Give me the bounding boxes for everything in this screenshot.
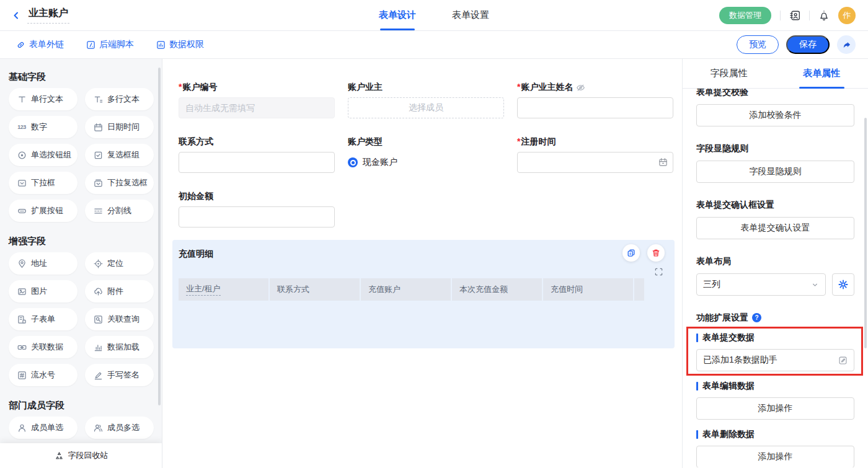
script-icon	[86, 40, 95, 50]
panel-scrollbar[interactable]	[864, 118, 867, 348]
sidebar-item-signature[interactable]: 手写签名	[85, 364, 154, 386]
contact-input[interactable]	[179, 152, 335, 173]
subtable-column[interactable]: 充值账户	[361, 278, 451, 301]
owner-name-input[interactable]	[517, 97, 673, 118]
related-data-icon	[17, 343, 27, 352]
account-no-input[interactable]	[179, 97, 335, 118]
sidebar-item-data-load[interactable]: 数据加载	[85, 336, 154, 358]
sidebar-item-dropdown[interactable]: 下拉框	[9, 172, 78, 194]
field-library-sidebar: 基础字段 单行文本 多行文本 123 数字 日期时间 单选按钮组	[0, 59, 162, 468]
image-icon	[17, 287, 27, 296]
subtable-column[interactable]: 业主/租户	[179, 278, 268, 301]
attachment-icon	[93, 287, 103, 296]
dropdown-icon	[17, 179, 27, 188]
single-line-text-icon	[17, 95, 27, 104]
register-time-input[interactable]	[517, 152, 673, 173]
sidebar-item-single-line-text[interactable]: 单行文本	[9, 88, 78, 110]
tab-form-settings[interactable]: 表单设置	[452, 0, 489, 30]
field-recycle-bin[interactable]: 字段回收站	[0, 443, 162, 468]
sidebar-item-dropdown-multi[interactable]: 下拉复选框	[85, 172, 154, 194]
sidebar-item-multi-line-text[interactable]: 多行文本	[85, 88, 154, 110]
share-button[interactable]	[837, 35, 856, 54]
field-account-owner[interactable]: 账户业主 选择成员	[348, 82, 504, 118]
sidebar-item-address[interactable]: 地址	[9, 252, 78, 275]
sidebar-item-member-multi[interactable]: 成员多选	[85, 417, 154, 439]
address-icon	[17, 259, 27, 268]
member-multi-icon	[93, 423, 103, 433]
field-contact[interactable]: 联系方式	[179, 136, 335, 173]
calendar-icon[interactable]	[658, 157, 668, 167]
sidebar-scrollbar[interactable]	[158, 68, 161, 405]
expand-button-icon	[17, 206, 27, 216]
tab-form-design[interactable]: 表单设计	[379, 0, 416, 30]
permission-icon	[156, 40, 166, 50]
delete-data-add-action-button[interactable]: 添加操作	[696, 446, 854, 467]
tab-field-properties[interactable]: 字段属性	[683, 59, 776, 88]
sidebar-item-member-single[interactable]: 成员单选	[9, 417, 78, 439]
subtable-column[interactable]: 本次充值金额	[452, 278, 542, 301]
submit-confirm-setting-button[interactable]: 表单提交确认设置	[696, 217, 854, 239]
sidebar-item-checkbox-group[interactable]: 复选框组	[85, 144, 154, 166]
location-icon	[93, 259, 103, 268]
add-validate-condition-button[interactable]: 添加校验条件	[696, 104, 854, 126]
tab-form-properties[interactable]: 表单属性	[776, 59, 868, 88]
related-query-icon	[93, 315, 103, 324]
sidebar-section-title: 基础字段	[9, 71, 153, 83]
properties-panel: 字段属性 表单属性 表单提交校验 添加校验条件 字段显隐规则 字段显隐规则 表单…	[682, 59, 868, 468]
divider	[809, 11, 810, 20]
copy-button[interactable]	[622, 244, 640, 262]
sidebar-item-location[interactable]: 定位	[85, 252, 154, 275]
sidebar-item-expand-button[interactable]: 扩展按钮	[9, 200, 78, 222]
delete-button[interactable]	[647, 244, 665, 262]
edit-data-add-action-button[interactable]: 添加操作	[696, 397, 854, 420]
select-bracket-icon[interactable]	[654, 267, 663, 276]
field-owner-name[interactable]: 账户业主姓名	[517, 82, 673, 118]
section-marker	[696, 430, 698, 439]
save-button[interactable]: 保存	[786, 35, 830, 54]
avatar[interactable]: 作	[838, 7, 856, 24]
copy-icon	[627, 249, 636, 257]
subtable-column[interactable]: 充值时间	[543, 278, 633, 301]
section-form-layout: 表单布局	[696, 256, 854, 267]
sidebar-item-related-query[interactable]: 关联查询	[85, 308, 154, 330]
sidebar-item-attachment[interactable]: 附件	[85, 280, 154, 302]
field-account-type[interactable]: 账户类型 现金账户	[348, 136, 504, 173]
field-register-time[interactable]: 注册时间	[517, 136, 673, 173]
sidebar-item-serial-number[interactable]: 流水号	[9, 364, 78, 386]
layout-select[interactable]: 三列	[696, 273, 826, 296]
sidebar-item-related-data[interactable]: 关联数据	[9, 336, 78, 358]
sidebar-section-title: 增强字段	[9, 236, 153, 247]
section-submit-confirm: 表单提交确认框设置	[696, 200, 854, 210]
backend-script-link[interactable]: 后端脚本	[86, 39, 134, 50]
subtable-column[interactable]: 联系方式	[270, 278, 360, 301]
layout-settings-button[interactable]	[832, 273, 854, 296]
select-member-button[interactable]: 选择成员	[348, 97, 504, 118]
preview-button[interactable]: 预览	[737, 35, 779, 54]
sidebar-item-divider-line[interactable]: 分割线	[85, 200, 154, 222]
sidebar-item-datetime[interactable]: 日期时间	[85, 116, 154, 138]
serial-number-icon	[17, 371, 27, 380]
initial-amount-input[interactable]	[179, 206, 335, 227]
form-external-link[interactable]: 表单外链	[16, 39, 64, 50]
data-permission-link[interactable]: 数据权限	[156, 39, 204, 50]
help-icon[interactable]: ?	[752, 313, 761, 322]
data-manage-button[interactable]: 数据管理	[719, 7, 771, 24]
radio-selected[interactable]	[348, 157, 358, 167]
eye-off-icon[interactable]	[576, 83, 585, 92]
field-initial-amount[interactable]: 初始金额	[179, 191, 335, 227]
sidebar-item-subform[interactable]: 子表单	[9, 308, 78, 330]
subtable-recharge-detail[interactable]: 充值明细 业主/租户 联系方式 充值账户	[172, 240, 675, 348]
sidebar-item-radio-group[interactable]: 单选按钮组	[9, 144, 78, 166]
field-visibility-rule-button[interactable]: 字段显隐规则	[696, 161, 854, 183]
field-account-no[interactable]: 账户编号	[179, 82, 335, 118]
multi-line-text-icon	[93, 95, 103, 104]
contacts-icon[interactable]	[789, 10, 800, 21]
page-title[interactable]: 业主账户	[27, 7, 69, 24]
number-icon: 123	[17, 124, 27, 130]
back-icon[interactable]	[11, 11, 21, 20]
sidebar-item-number[interactable]: 123 数字	[9, 116, 78, 138]
sidebar-item-image[interactable]: 图片	[9, 280, 78, 302]
edit-icon[interactable]	[838, 356, 848, 365]
submit-data-value[interactable]: 已添加1条数据助手	[696, 349, 854, 371]
notification-bell-icon[interactable]	[818, 10, 830, 21]
